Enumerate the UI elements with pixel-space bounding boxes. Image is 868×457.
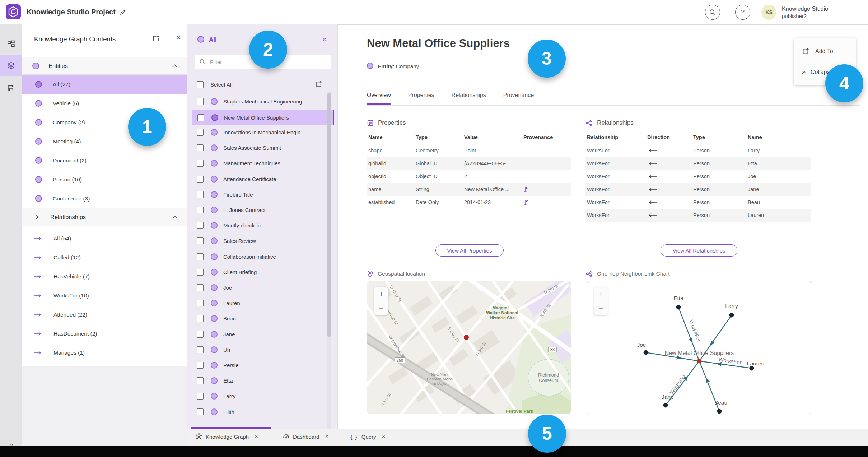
item-checkbox[interactable] (197, 408, 204, 415)
relationships-item[interactable]: HasVehicle (7) (22, 267, 187, 286)
chevron-up-icon[interactable] (172, 216, 177, 219)
list-item[interactable]: Lauren (192, 296, 332, 310)
related-entity-link[interactable]: Larry (746, 144, 811, 157)
relationship-type-link[interactable]: WorksFor (585, 209, 646, 222)
item-checkbox[interactable] (197, 160, 204, 167)
tab-properties[interactable]: Properties (408, 92, 434, 105)
item-checkbox[interactable] (197, 331, 204, 338)
graph-node[interactable] (717, 409, 722, 414)
property-provenance[interactable] (522, 183, 571, 196)
item-checkbox[interactable] (197, 222, 204, 229)
item-checkbox[interactable] (197, 144, 204, 151)
list-item[interactable]: Firebird Title (192, 187, 332, 202)
collapse-panel-icon[interactable]: « (322, 35, 326, 43)
list-item[interactable]: Sales Review (192, 234, 332, 248)
relationships-item[interactable]: HasDocument (2) (22, 324, 187, 343)
properties-row[interactable]: objectidObject ID2 (367, 170, 571, 183)
add-to-new-icon[interactable] (315, 80, 322, 88)
properties-row[interactable]: nameStringNew Metal Office ... (367, 183, 571, 196)
relationships-row[interactable]: WorksForPersonEtta (585, 157, 811, 170)
graph-center-node[interactable] (697, 359, 702, 364)
list-item[interactable]: Innovations in Mechanical Engin... (192, 125, 332, 139)
relationships-item[interactable]: WorksFor (10) (22, 286, 187, 305)
list-item[interactable]: Sales Associate Summit (192, 141, 332, 155)
item-checkbox[interactable] (197, 362, 204, 369)
relationship-type-link[interactable]: WorksFor (585, 144, 646, 157)
relationships-row[interactable]: WorksForPersonLarry (585, 144, 811, 157)
item-checkbox[interactable] (197, 269, 204, 276)
relationships-item[interactable]: Manages (1) (22, 343, 187, 362)
item-checkbox[interactable] (197, 253, 204, 260)
zoom-in-button[interactable]: + (594, 287, 608, 301)
close-tab-icon[interactable]: × (325, 433, 328, 440)
select-all-checkbox[interactable] (197, 81, 204, 88)
item-checkbox[interactable] (197, 129, 204, 136)
list-item[interactable]: Beau (192, 311, 332, 326)
add-to-menu-item[interactable]: Add To (802, 47, 833, 55)
app-logo-icon[interactable] (6, 4, 21, 19)
property-provenance[interactable] (522, 196, 571, 209)
relationship-type-link[interactable]: WorksFor (585, 157, 646, 170)
add-to-new-icon[interactable] (152, 34, 160, 42)
graph-node[interactable] (750, 366, 754, 371)
relationships-item[interactable]: Called (12) (22, 248, 187, 267)
list-item[interactable]: L. Jones Contract (192, 203, 332, 217)
relationships-item[interactable]: All (54) (22, 229, 187, 248)
item-checkbox[interactable] (197, 98, 204, 105)
graph-node[interactable] (676, 305, 681, 310)
relationships-item[interactable]: Attended (22) (22, 305, 187, 324)
zoom-out-button[interactable]: − (594, 301, 608, 315)
avatar[interactable]: KS (761, 5, 776, 20)
list-item[interactable]: Montly check-in (192, 218, 332, 233)
tab-query[interactable]: { }Query× (350, 433, 386, 440)
relationships-section-header[interactable]: Relationships (22, 208, 187, 226)
tab-knowledge-graph[interactable]: Knowledge Graph× (196, 433, 258, 440)
chevron-up-icon[interactable] (172, 64, 177, 68)
item-checkbox[interactable] (197, 393, 204, 400)
list-item[interactable]: Client Briefing (192, 265, 332, 279)
link-chart-panel[interactable]: WorksForWorksForWorksForEttaLarryJoeLaur… (587, 281, 812, 414)
entities-item[interactable]: All (27) (22, 75, 187, 94)
list-item[interactable]: Lilith (192, 405, 332, 419)
entities-item[interactable]: Vehicle (6) (22, 94, 187, 113)
entities-item[interactable]: Conference (3) (22, 189, 187, 208)
entities-item[interactable]: Person (10) (22, 170, 187, 189)
list-item[interactable]: Collaboration initiative (192, 249, 332, 264)
item-checkbox[interactable] (197, 377, 204, 384)
related-entity-link[interactable]: Jane (746, 183, 811, 196)
item-checkbox[interactable] (197, 346, 204, 353)
relationships-row[interactable]: WorksForPersonJoe (585, 170, 811, 183)
relationships-row[interactable]: WorksForPersonLauren (585, 209, 811, 222)
tab-provenance[interactable]: Provenance (503, 92, 534, 105)
properties-row[interactable]: shapeGeometryPoint (367, 144, 571, 157)
help-button[interactable]: ? (735, 5, 750, 20)
relationship-type-link[interactable]: WorksFor (585, 183, 646, 196)
list-item[interactable]: Managment Techniques (192, 156, 332, 171)
close-panel-icon[interactable]: × (176, 32, 181, 42)
knowledge-graph-contents-icon[interactable] (0, 55, 22, 76)
list-item[interactable]: Staplers Mechanical Engineering (192, 94, 332, 109)
relationship-type-link[interactable]: WorksFor (585, 170, 646, 183)
list-item[interactable]: Persie (192, 358, 332, 372)
item-checkbox[interactable] (197, 191, 204, 198)
close-tab-icon[interactable]: × (255, 433, 258, 440)
list-item[interactable]: Jane (192, 327, 332, 341)
tab-dashboard[interactable]: Dashboard× (283, 433, 328, 440)
list-item[interactable]: Larry (192, 389, 332, 403)
properties-row[interactable]: globalidGlobal ID{A228944F-0EF5-... (367, 157, 571, 170)
save-icon[interactable] (0, 78, 22, 98)
list-item[interactable]: Etta (192, 374, 332, 388)
search-button[interactable] (705, 5, 720, 20)
related-entity-link[interactable]: Etta (746, 157, 811, 170)
related-entity-link[interactable]: Joe (746, 170, 811, 183)
item-checkbox[interactable] (197, 176, 204, 183)
edit-title-icon[interactable] (119, 9, 126, 16)
view-all-relationships-button[interactable]: View All Relationships (661, 244, 737, 257)
graph-node[interactable] (663, 403, 668, 408)
tab-overview[interactable]: Overview (367, 92, 391, 105)
item-checkbox[interactable] (197, 114, 204, 121)
schema-tree-icon[interactable] (0, 34, 22, 55)
entities-item[interactable]: Document (2) (22, 151, 187, 170)
tab-relationships[interactable]: Relationships (452, 92, 486, 105)
item-checkbox[interactable] (197, 300, 204, 306)
